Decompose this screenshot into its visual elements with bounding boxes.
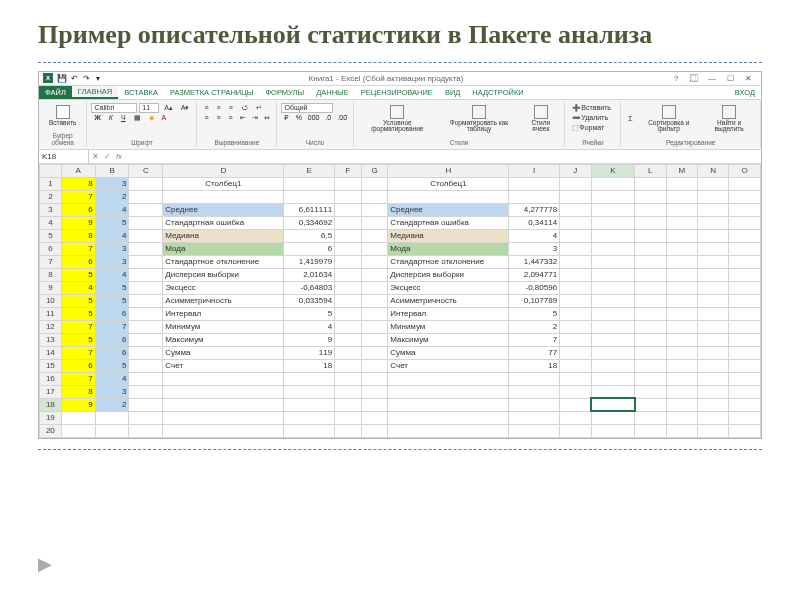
slide-nav-arrow-icon[interactable]: ▶ [38,553,52,575]
cell-K8[interactable] [591,268,635,281]
cell-L1[interactable] [635,177,666,190]
row-header-1[interactable]: 1 [40,177,62,190]
cell-D11[interactable]: Интервал [163,307,284,320]
save-icon[interactable]: 💾 [57,73,67,83]
cell-F15[interactable] [335,359,362,372]
cell-O7[interactable] [729,255,761,268]
col-header-C[interactable]: C [129,164,163,177]
cell-L13[interactable] [635,333,666,346]
cell-A11[interactable]: 5 [61,307,95,320]
col-header-E[interactable]: E [284,164,335,177]
cell-J19[interactable] [560,411,591,424]
maximize-icon[interactable]: ☐ [721,73,739,83]
cell-B19[interactable] [95,411,129,424]
cell-F7[interactable] [335,255,362,268]
row-header-19[interactable]: 19 [40,411,62,424]
fill-color-icon[interactable]: ◆ [146,113,157,123]
cell-G11[interactable] [361,307,388,320]
cell-I6[interactable]: 3 [509,242,560,255]
cell-F6[interactable] [335,242,362,255]
col-header-F[interactable]: F [335,164,362,177]
redo-icon[interactable]: ↷ [81,73,91,83]
cell-G2[interactable] [361,190,388,203]
cell-B18[interactable]: 2 [95,398,129,411]
align-bottom-icon[interactable]: ≡ [226,103,236,113]
cell-K10[interactable] [591,294,635,307]
cell-B1[interactable]: 3 [95,177,129,190]
cell-J1[interactable] [560,177,591,190]
delete-cell-button[interactable]: ➖ Удалить [569,113,611,123]
cell-G20[interactable] [361,424,388,437]
cell-H17[interactable] [388,385,509,398]
cell-H13[interactable]: Максимум [388,333,509,346]
row-header-15[interactable]: 15 [40,359,62,372]
cell-M7[interactable] [666,255,697,268]
cell-F1[interactable] [335,177,362,190]
row-header-7[interactable]: 7 [40,255,62,268]
cell-C17[interactable] [129,385,163,398]
cell-G4[interactable] [361,216,388,229]
cell-E19[interactable] [284,411,335,424]
cell-E6[interactable]: 6 [284,242,335,255]
cell-B14[interactable]: 6 [95,346,129,359]
cell-N11[interactable] [697,307,728,320]
cancel-fx-icon[interactable]: ✕ [89,152,101,161]
format-cell-button[interactable]: ⬚ Формат [569,123,607,133]
cell-H18[interactable] [388,398,509,411]
cell-G16[interactable] [361,372,388,385]
cell-N18[interactable] [697,398,728,411]
cell-F14[interactable] [335,346,362,359]
cell-I2[interactable] [509,190,560,203]
fx-icon[interactable]: fx [113,152,125,161]
row-header-13[interactable]: 13 [40,333,62,346]
cell-A9[interactable]: 4 [61,281,95,294]
cell-A8[interactable]: 5 [61,268,95,281]
cell-E3[interactable]: 6,611111 [284,203,335,216]
cell-B6[interactable]: 3 [95,242,129,255]
cell-K11[interactable] [591,307,635,320]
cell-F19[interactable] [335,411,362,424]
cell-E2[interactable] [284,190,335,203]
cell-F9[interactable] [335,281,362,294]
cell-N16[interactable] [697,372,728,385]
cell-M10[interactable] [666,294,697,307]
cell-N2[interactable] [697,190,728,203]
cell-H20[interactable] [388,424,509,437]
cell-M12[interactable] [666,320,697,333]
cell-O14[interactable] [729,346,761,359]
row-header-9[interactable]: 9 [40,281,62,294]
cell-A15[interactable]: 6 [61,359,95,372]
orientation-icon[interactable]: ⭯ [238,103,251,113]
cell-O5[interactable] [729,229,761,242]
cell-L8[interactable] [635,268,666,281]
cell-O8[interactable] [729,268,761,281]
cell-D5[interactable]: Медиана [163,229,284,242]
cell-I19[interactable] [509,411,560,424]
cell-A4[interactable]: 9 [61,216,95,229]
cell-I3[interactable]: 4,277778 [509,203,560,216]
tab-review[interactable]: РЕЦЕНЗИРОВАНИЕ [355,86,439,99]
cell-E14[interactable]: 119 [284,346,335,359]
cell-M1[interactable] [666,177,697,190]
cell-J13[interactable] [560,333,591,346]
cell-G17[interactable] [361,385,388,398]
cell-G19[interactable] [361,411,388,424]
currency-icon[interactable]: ₽ [281,113,291,123]
cell-G8[interactable] [361,268,388,281]
row-header-2[interactable]: 2 [40,190,62,203]
cell-J6[interactable] [560,242,591,255]
cell-N14[interactable] [697,346,728,359]
enter-fx-icon[interactable]: ✓ [101,152,113,161]
cell-L9[interactable] [635,281,666,294]
cell-M17[interactable] [666,385,697,398]
font-name-select[interactable]: Calibri [91,103,137,113]
row-header-16[interactable]: 16 [40,372,62,385]
cell-K6[interactable] [591,242,635,255]
cell-M16[interactable] [666,372,697,385]
indent-dec-icon[interactable]: ⇤ [237,113,247,123]
cell-I8[interactable]: 2,094771 [509,268,560,281]
cell-M13[interactable] [666,333,697,346]
cell-L15[interactable] [635,359,666,372]
align-center-icon[interactable]: ≡ [213,113,223,123]
cell-K7[interactable] [591,255,635,268]
